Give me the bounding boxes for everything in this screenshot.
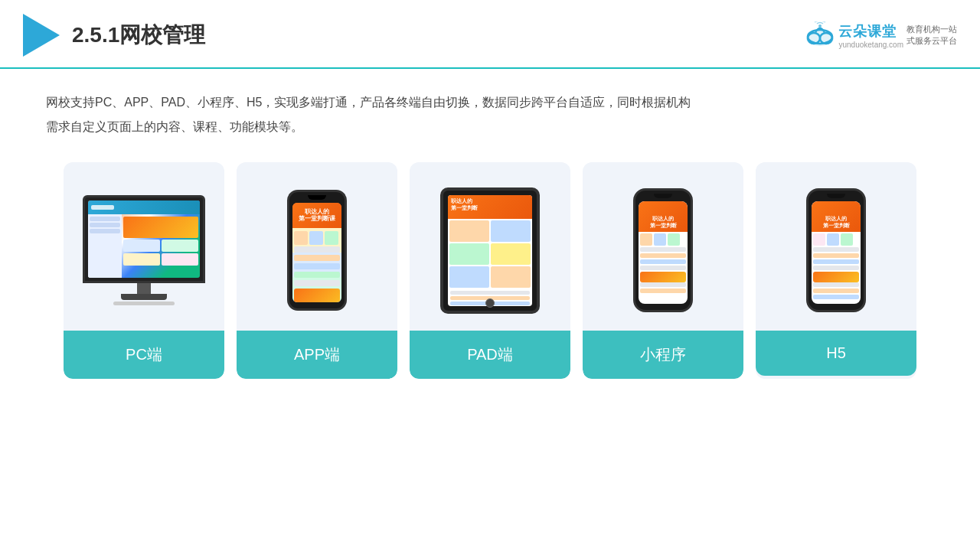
h5-phone-icon: 职达人的第一堂判断 <box>806 188 866 312</box>
brand-logo: 云朵课堂 yunduoketang.com 教育机构一站式服务云平台 <box>802 21 957 49</box>
pc-monitor-icon <box>83 195 205 305</box>
brand-text: 云朵课堂 yunduoketang.com <box>838 22 903 49</box>
app-label: APP端 <box>237 331 397 379</box>
h5-card: 职达人的第一堂判断 <box>756 162 916 379</box>
h5-image-area: 职达人的第一堂判断 <box>756 162 916 331</box>
page-title: 2.5.1网校管理 <box>72 21 205 50</box>
main-content: 网校支持PC、APP、PAD、小程序、H5，实现多端打通，产品各终端自由切换，数… <box>0 69 980 394</box>
miniprogram-phone-icon: 职达人的第一堂判断 <box>633 188 693 312</box>
brand-tagline: 教育机构一站式服务云平台 <box>906 24 957 47</box>
h5-label: H5 <box>756 331 916 376</box>
pc-label: PC端 <box>64 331 224 379</box>
svg-point-4 <box>818 24 822 28</box>
header: 2.5.1网校管理 云朵课堂 yunduoketang.com 教育机构一站式服… <box>0 0 980 69</box>
miniprogram-image-area: 职达人的第一堂判断 <box>583 162 743 331</box>
brand-url: yunduoketang.com <box>838 41 903 49</box>
pad-label: PAD端 <box>410 331 570 379</box>
logo-triangle-icon <box>23 14 60 57</box>
header-left: 2.5.1网校管理 <box>23 14 205 57</box>
pad-card: 职达人的第一堂判断 <box>410 162 570 379</box>
app-card: 职达人的第一堂判断课 <box>237 162 397 379</box>
pc-image-area <box>64 162 224 331</box>
cards-container: PC端 职达人的第一堂判断课 <box>46 162 934 379</box>
app-phone-icon: 职达人的第一堂判断课 <box>287 190 347 311</box>
pad-image-area: 职达人的第一堂判断 <box>410 162 570 331</box>
miniprogram-card: 职达人的第一堂判断 <box>583 162 743 379</box>
pc-card: PC端 <box>64 162 224 379</box>
app-image-area: 职达人的第一堂判断课 <box>237 162 397 331</box>
cloud-logo-icon <box>802 21 838 49</box>
pad-tablet-icon: 职达人的第一堂判断 <box>440 187 540 314</box>
header-right: 云朵课堂 yunduoketang.com 教育机构一站式服务云平台 <box>802 21 957 49</box>
description-text: 网校支持PC、APP、PAD、小程序、H5，实现多端打通，产品各终端自由切换，数… <box>46 90 934 139</box>
miniprogram-label: 小程序 <box>583 331 743 379</box>
brand-name: 云朵课堂 <box>838 22 903 41</box>
